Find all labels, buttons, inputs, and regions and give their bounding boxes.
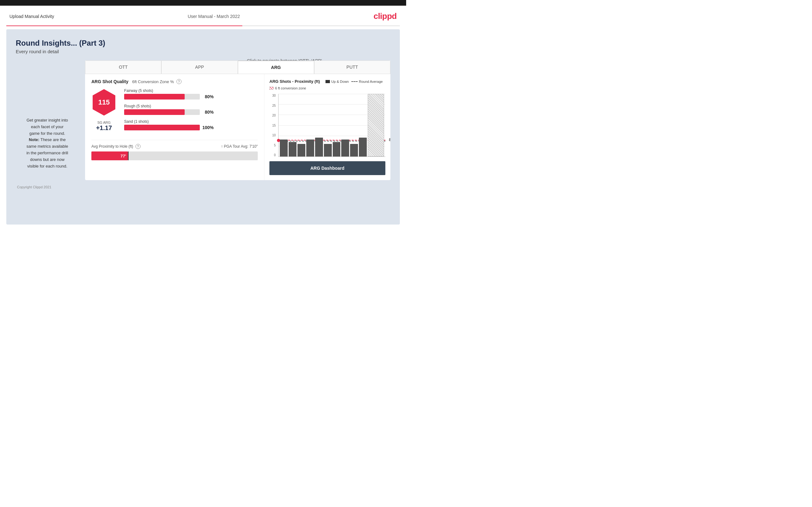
- bar-label-rough: Rough (5 shots): [124, 104, 258, 108]
- chart-area: 8: [278, 94, 385, 157]
- page-subtitle: Every round in detail: [16, 49, 391, 54]
- hexagon-score-badge: 115: [91, 89, 116, 116]
- proximity-header: Avg Proximity to Hole (ft) ? ↑ PGA Tour …: [91, 144, 258, 149]
- proximity-bar-track: 77': [91, 152, 258, 160]
- proximity-bar-fill: 77': [91, 152, 128, 160]
- page-title: Round Insights... (Part 3): [16, 39, 391, 48]
- pga-avg: ↑ PGA Tour Avg: 7'10": [221, 144, 258, 149]
- bar-row-rough: Rough (5 shots) 80%: [124, 104, 258, 116]
- card-left-panel: ARG Shot Quality 6ft Conversion Zone % ?…: [85, 74, 264, 180]
- bar-fill-fairway: [124, 94, 185, 100]
- left-description: Get greater insight into each facet of y…: [16, 60, 79, 180]
- tab-putt[interactable]: PUTT: [314, 60, 391, 74]
- tab-ott[interactable]: OTT: [85, 60, 161, 74]
- legend-6ft: 6 ft conversion zone: [269, 86, 306, 90]
- chart-bar-2: [289, 142, 297, 157]
- y-axis: 30 25 20 15 10 5 0: [269, 94, 276, 157]
- bar-track-sand: 100%: [124, 125, 200, 130]
- y-label-15: 15: [269, 124, 276, 127]
- shot-quality-title: ARG Shot Quality: [91, 79, 128, 84]
- chart-title: ARG Shots - Proximity (ft): [269, 79, 320, 84]
- tab-arg[interactable]: ARG: [238, 60, 314, 74]
- proximity-value: 77': [121, 154, 126, 158]
- help-icon[interactable]: ?: [176, 79, 182, 84]
- doc-title: User Manual - March 2022: [188, 14, 240, 19]
- chart-bar-10: [359, 137, 367, 157]
- bar-pct-rough: 80%: [205, 109, 214, 115]
- card-right-panel: ARG Shots - Proximity (ft) Up & Down Rou…: [264, 74, 391, 180]
- y-label-5: 5: [269, 144, 276, 147]
- header: Upload Manual Activity User Manual - Mar…: [0, 6, 406, 25]
- chart-container: 30 25 20 15 10 5 0: [278, 94, 385, 157]
- legend-up-down-label: Up & Down: [331, 80, 349, 83]
- top-bar: [0, 0, 406, 6]
- legend-up-down: Up & Down: [325, 80, 349, 83]
- tab-app[interactable]: APP: [161, 60, 238, 74]
- arg-dashboard-button[interactable]: ARG Dashboard: [269, 161, 385, 175]
- sg-value: +1.17: [96, 124, 112, 132]
- chart-bar-5: [315, 137, 323, 157]
- bar-fill-rough: [124, 109, 185, 115]
- upload-label: Upload Manual Activity: [9, 14, 54, 19]
- chart-bar-1: [280, 139, 288, 157]
- right-header: ARG Shots - Proximity (ft) Up & Down Rou…: [269, 79, 385, 90]
- brand-logo: clippd: [373, 11, 397, 21]
- bar-fill-sand: [124, 125, 200, 130]
- bar-label-fairway: Fairway (5 shots): [124, 89, 258, 93]
- sg-section: SG ARG +1.17: [96, 121, 112, 132]
- proximity-section: Avg Proximity to Hole (ft) ? ↑ PGA Tour …: [91, 140, 258, 160]
- bars-area: Fairway (5 shots) 80% Rough (5 shots): [124, 89, 258, 135]
- chart-bar-3: [297, 144, 305, 157]
- bar-row-sand: Sand (1 shots) 100%: [124, 119, 258, 132]
- chart-bar-6: [324, 144, 332, 157]
- chart-bar-9: [350, 144, 358, 157]
- bar-pct-fairway: 80%: [205, 94, 214, 100]
- legend-round-avg: Round Average: [351, 80, 383, 83]
- header-divider: [6, 25, 400, 26]
- sg-label: SG ARG: [96, 121, 112, 124]
- card-body: ARG Shot Quality 6ft Conversion Zone % ?…: [85, 74, 391, 180]
- chart-bar-7: [333, 142, 341, 157]
- y-label-10: 10: [269, 133, 276, 137]
- hexagon-number: 115: [98, 98, 110, 106]
- bar-label-sand: Sand (1 shots): [124, 119, 258, 124]
- y-label-25: 25: [269, 104, 276, 107]
- chart-bar-4: [306, 139, 314, 157]
- chart-bar-hatch-large: [368, 94, 384, 157]
- legend-up-down-box: [325, 80, 330, 83]
- hexagon-area: 115 SG ARG +1.17 Fairway (5 shots): [91, 89, 258, 135]
- legend-6ft-label: 6 ft conversion zone: [275, 86, 306, 90]
- shot-quality-header: ARG Shot Quality 6ft Conversion Zone % ?: [91, 79, 258, 84]
- legend-hatch-box: [269, 87, 274, 90]
- y-label-20: 20: [269, 114, 276, 117]
- description-text: Get greater insight into each facet of y…: [16, 117, 79, 169]
- insights-card: OTT APP ARG PUTT ARG Shot Quality 6ft Co…: [85, 60, 391, 180]
- tab-bar: OTT APP ARG PUTT: [85, 60, 391, 74]
- y-label-0: 0: [269, 153, 276, 157]
- copyright: Copyright Clippd 2021: [16, 185, 391, 189]
- proximity-help-icon[interactable]: ?: [136, 144, 141, 149]
- proximity-title: Avg Proximity to Hole (ft) ?: [91, 144, 141, 149]
- chart-bars: [280, 94, 384, 157]
- chart-bar-8: [341, 139, 349, 157]
- dashed-line-value: 8: [388, 137, 391, 142]
- y-label-30: 30: [269, 94, 276, 97]
- legend-dashed-line: [351, 81, 358, 82]
- proximity-cursor: [128, 152, 129, 160]
- legend-round-avg-label: Round Average: [359, 80, 383, 83]
- bar-pct-sand: 100%: [202, 125, 214, 130]
- conversion-label: 6ft Conversion Zone %: [132, 79, 173, 84]
- bar-track-fairway: 80%: [124, 94, 200, 100]
- main-content: Round Insights... (Part 3) Every round i…: [6, 29, 400, 225]
- hexagon-wrapper: 115 SG ARG +1.17: [91, 89, 116, 135]
- bar-track-rough: 80%: [124, 109, 200, 115]
- content-row: Click to navigate between 'OTT', 'APP','…: [16, 60, 391, 180]
- bar-row-fairway: Fairway (5 shots) 80%: [124, 89, 258, 101]
